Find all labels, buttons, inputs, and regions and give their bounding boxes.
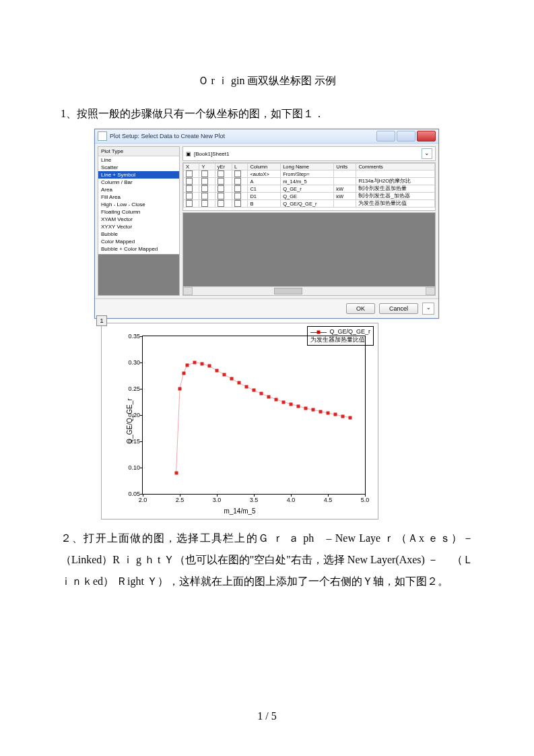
data-point bbox=[267, 395, 271, 398]
dialog-title: Plot Setup: Select Data to Create New Pl… bbox=[110, 133, 376, 139]
plot-type-item[interactable]: Area bbox=[98, 186, 179, 193]
data-point bbox=[349, 416, 352, 419]
data-point bbox=[312, 408, 315, 412]
paragraph-2: ２、打开上面做的图，选择工具栏上的Ｇ ｒ ａ ph – New Laye ｒ（Ａ… bbox=[61, 528, 473, 592]
plot-type-item[interactable]: High - Low - Close bbox=[98, 201, 179, 208]
plot-type-preview bbox=[98, 254, 179, 295]
app-icon bbox=[98, 131, 107, 141]
plot-type-item[interactable]: Floating Column bbox=[98, 208, 179, 216]
data-point bbox=[304, 406, 308, 410]
data-point bbox=[275, 398, 278, 401]
x-tick-label: 4.5 bbox=[324, 497, 333, 503]
expand-panel-button[interactable]: ⌄ bbox=[422, 303, 434, 315]
grid-header[interactable]: Long Name bbox=[281, 164, 334, 170]
close-button[interactable] bbox=[417, 131, 436, 141]
scroll-right-arrow[interactable] bbox=[426, 287, 435, 295]
x-tick-label: 2.0 bbox=[139, 497, 147, 503]
data-point bbox=[260, 392, 263, 396]
column-grid[interactable]: XYyErLColumnLong NameUnitsComments<autoX… bbox=[182, 162, 436, 211]
data-point bbox=[238, 381, 241, 385]
data-point bbox=[319, 410, 323, 413]
table-row[interactable]: D1Q_GEkW制冷剂发生器_加热器 bbox=[184, 193, 435, 200]
plot-type-item[interactable]: Fill Area bbox=[98, 193, 179, 201]
grid-header[interactable]: Y bbox=[199, 164, 215, 170]
plot-type-panel: Plot Type LineScatterLine + SymbolColumn… bbox=[98, 146, 180, 296]
grid-header[interactable]: Comments bbox=[356, 164, 435, 170]
data-point bbox=[230, 377, 234, 381]
plot-type-item[interactable]: Line + Symbol bbox=[98, 171, 179, 179]
data-point bbox=[253, 389, 256, 392]
paragraph-1: 1、按照一般的步骤做只有一个纵坐标的图，如下图１． bbox=[61, 103, 473, 125]
dialog-titlebar: Plot Setup: Select Data to Create New Pl… bbox=[95, 129, 438, 144]
grid-header[interactable]: Units bbox=[334, 164, 356, 170]
tree-icon: ▣ bbox=[186, 151, 191, 157]
plot-type-item[interactable]: Column / Bar bbox=[98, 179, 179, 186]
plot-type-item[interactable]: XYAM Vector bbox=[98, 216, 179, 223]
plot-type-item[interactable]: Bubble bbox=[98, 230, 179, 238]
maximize-button[interactable] bbox=[397, 131, 415, 141]
legend-marker-icon bbox=[310, 329, 327, 335]
x-tick-label: 2.5 bbox=[176, 497, 185, 503]
data-point bbox=[334, 413, 337, 416]
book-label: [Book1]Sheet1 bbox=[194, 151, 229, 157]
table-row[interactable]: Am_14/m_5R134a与H2O的摩尔比 bbox=[184, 178, 435, 185]
x-tick-label: 5.0 bbox=[361, 497, 370, 503]
data-point bbox=[186, 363, 189, 367]
legend-entry-1: Q_GE/Q_GE_r bbox=[329, 328, 370, 336]
plot-type-list[interactable]: LineScatterLine + SymbolColumn / BarArea… bbox=[98, 156, 179, 254]
grid-header[interactable]: X bbox=[184, 164, 199, 170]
table-row[interactable]: C1Q_GE_rkW制冷剂发生器加热量 bbox=[184, 185, 435, 193]
page-number: 1 / 5 bbox=[0, 710, 534, 722]
plot-setup-dialog: Plot Setup: Select Data to Create New Pl… bbox=[94, 129, 439, 319]
y-tick-label: 0.25 bbox=[128, 385, 140, 392]
x-tick-label: 3.0 bbox=[213, 497, 222, 503]
data-point bbox=[327, 411, 330, 414]
layer-badge[interactable]: 1 bbox=[96, 315, 107, 326]
grid-header[interactable]: Column bbox=[248, 164, 281, 170]
plot-type-item[interactable]: Bubble + Color Mapped bbox=[98, 245, 179, 253]
table-row[interactable]: <autoX>From/Step= bbox=[184, 170, 435, 178]
table-row[interactable]: BQ_GE/Q_GE_r为发生器加热量比值 bbox=[184, 200, 435, 208]
data-point bbox=[178, 387, 182, 390]
book-row[interactable]: ▣ [Book1]Sheet1 ⌄ bbox=[182, 146, 436, 161]
x-tick-label: 3.5 bbox=[250, 497, 259, 503]
data-point bbox=[215, 369, 219, 372]
data-point bbox=[174, 471, 178, 474]
minimize-button[interactable] bbox=[376, 131, 395, 141]
plot-type-item[interactable]: Line bbox=[98, 156, 179, 164]
y-axis-label: Q_GE/Q_GE_r bbox=[126, 398, 133, 443]
plot-type-item[interactable]: XYXY Vector bbox=[98, 223, 179, 230]
data-point bbox=[245, 385, 248, 388]
chart-figure-1: 1 Q_GE/Q_GE_r 为发生器加热量比值 Q_GE/Q_GE_r m_14… bbox=[101, 323, 378, 519]
expand-button[interactable]: ⌄ bbox=[422, 148, 432, 159]
grid-header[interactable]: yEr bbox=[215, 164, 232, 170]
data-point bbox=[223, 373, 226, 376]
data-point bbox=[282, 400, 286, 404]
data-point bbox=[208, 365, 211, 368]
y-tick-label: 0.15 bbox=[128, 438, 140, 445]
y-tick-label: 0.10 bbox=[128, 464, 140, 471]
scroll-left-arrow[interactable] bbox=[183, 287, 193, 295]
plot-type-item[interactable]: Color Mapped bbox=[98, 238, 179, 245]
chart-plot-area: 0.050.100.150.200.250.300.352.02.53.03.5… bbox=[142, 336, 366, 495]
data-point bbox=[290, 402, 293, 406]
grid-header[interactable]: L bbox=[232, 164, 247, 170]
data-point bbox=[297, 404, 300, 408]
h-scrollbar[interactable] bbox=[183, 286, 435, 295]
cancel-button[interactable]: Cancel bbox=[379, 303, 418, 314]
plot-type-header: Plot Type bbox=[98, 147, 179, 156]
data-point bbox=[341, 414, 345, 418]
x-axis-label: m_14/m_5 bbox=[102, 507, 378, 515]
data-point bbox=[201, 362, 204, 365]
data-point bbox=[182, 371, 185, 375]
ok-button[interactable]: OK bbox=[346, 303, 375, 314]
page-title: Ｏ r ｉ gin 画双纵坐标图 示例 bbox=[61, 74, 473, 88]
data-point bbox=[193, 360, 197, 364]
x-tick-label: 4.0 bbox=[287, 497, 296, 503]
y-tick-label: 0.35 bbox=[128, 333, 140, 340]
plot-type-item[interactable]: Scatter bbox=[98, 164, 179, 171]
y-tick-label: 0.30 bbox=[128, 359, 140, 366]
preview-area bbox=[182, 212, 436, 296]
y-tick-label: 0.20 bbox=[128, 412, 140, 418]
